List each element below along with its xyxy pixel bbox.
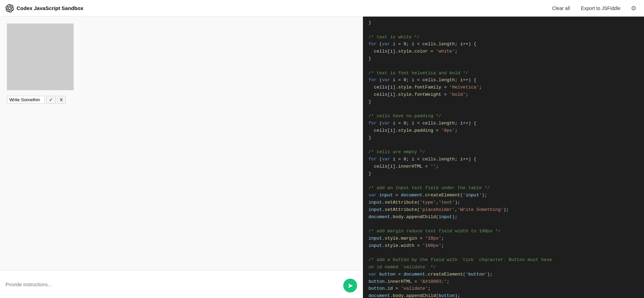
grid-cell: [63, 68, 74, 79]
grid-cell: [40, 24, 52, 35]
code-line: document.body.appendChild(button);: [368, 293, 460, 298]
app-title: Codex JavaScript Sandbox: [17, 5, 83, 11]
grid-cell: [7, 35, 18, 46]
instructions-bar: ➤: [0, 270, 363, 298]
grid-cell: [18, 68, 29, 79]
grid-cell: [52, 24, 63, 35]
send-button[interactable]: ➤: [343, 279, 357, 292]
grid-cell: [52, 57, 63, 68]
code-content: } /* text is white */ for (var i = 0; i …: [363, 17, 644, 298]
grid-cell: [7, 24, 18, 35]
code-line: cells[i].style.fontWeight = 'bold';: [368, 92, 468, 97]
grid-cell: [52, 46, 63, 57]
header-right: Clear all Export to JSFiddle ⚙: [549, 4, 638, 13]
grid-cell: [63, 46, 74, 57]
code-line: var button = document.createElement('but…: [368, 272, 493, 277]
code-line: for (var i = 0; i < cells.length; i++) {: [368, 41, 476, 47]
grid-cell: [29, 79, 40, 90]
preview-content: ✓ X: [0, 17, 363, 270]
code-panel[interactable]: } /* text is white */ for (var i = 0; i …: [363, 17, 644, 298]
header: Codex JavaScript Sandbox Clear all Expor…: [0, 0, 644, 17]
code-line: /* cells have no padding */: [368, 113, 441, 119]
code-line: input.style.width = '100px';: [368, 243, 444, 248]
export-button[interactable]: Export to JSFiddle: [578, 4, 623, 12]
write-something-input[interactable]: [7, 96, 45, 104]
code-line: input.setAttribute('type','text');: [368, 200, 460, 205]
code-line: input.style.margin = '10px';: [368, 236, 444, 241]
grid-cell: [29, 46, 40, 57]
code-line: }: [368, 56, 371, 61]
code-line: un id named `validate` */: [368, 264, 436, 270]
clear-all-button[interactable]: Clear all: [549, 4, 572, 12]
grid-cell: [7, 57, 18, 68]
grid-cell: [52, 35, 63, 46]
grid-table: [7, 24, 74, 90]
code-line: /* add an input text field under the tab…: [368, 185, 490, 190]
grid-cell: [63, 57, 74, 68]
grid-cell: [7, 68, 18, 79]
grid-cell: [29, 68, 40, 79]
code-line: button.innerHTML = '&#10003;';: [368, 279, 449, 284]
grid-cell: [7, 79, 18, 90]
main-content: ✓ X ➤ } /* text is white */ for (var i =…: [0, 17, 644, 298]
remove-button[interactable]: X: [57, 96, 66, 104]
code-line: cells[i].innerHTML = '';: [368, 164, 439, 169]
code-line: /* text is white */: [368, 35, 420, 40]
grid-cell: [40, 68, 52, 79]
input-row: ✓ X: [7, 96, 356, 104]
grid-cell: [29, 57, 40, 68]
grid-cell: [18, 35, 29, 46]
code-line: }: [368, 135, 371, 140]
code-line: /* cells are empty */: [368, 149, 425, 155]
grid-cell: [52, 79, 63, 90]
code-line: cells[i].style.padding = '0px';: [368, 128, 458, 133]
validate-button[interactable]: ✓: [46, 96, 56, 104]
grid-cell: [52, 68, 63, 79]
openai-logo: [6, 4, 14, 12]
code-line: }: [368, 171, 371, 176]
code-line: }: [368, 99, 371, 104]
grid-cell: [40, 46, 52, 57]
settings-icon: ⚙: [631, 5, 636, 12]
code-line: for (var i = 0; i < cells.length; i++) {: [368, 121, 476, 126]
code-line: /* add a button by the field with `tick`…: [368, 257, 552, 262]
grid-cell: [18, 24, 29, 35]
grid-cell: [18, 46, 29, 57]
grid-cell: [29, 24, 40, 35]
preview-panel: ✓ X ➤: [0, 17, 363, 298]
code-line: button.id = 'validate';: [368, 286, 430, 291]
code-line: /* add margin reduce text field width to…: [368, 229, 501, 234]
header-left: Codex JavaScript Sandbox: [6, 4, 83, 12]
grid-cell: [18, 57, 29, 68]
grid-cell: [63, 79, 74, 90]
grid-cell: [63, 35, 74, 46]
code-line: document.body.appendChild(input);: [368, 214, 458, 220]
code-line: for (var i = 0; i < cells.length; i++) {: [368, 157, 476, 162]
code-line: /* text is font helvetica and bold */: [368, 71, 468, 76]
grid-cell: [40, 57, 52, 68]
code-line: }: [368, 20, 371, 25]
grid-cell: [40, 35, 52, 46]
grid-cell: [63, 24, 74, 35]
instructions-input[interactable]: [6, 282, 357, 287]
code-line: cells[i].style.fontFamily = 'Helvetica';: [368, 85, 482, 90]
grid-cell: [18, 79, 29, 90]
code-line: cells[i].style.color = 'white';: [368, 49, 458, 54]
grid-cell: [29, 35, 40, 46]
code-line: input.setAttribute('placeholder','Write …: [368, 207, 509, 212]
grid-cell: [40, 79, 52, 90]
code-line: for (var i = 0; i < cells.length; i++) {: [368, 77, 476, 83]
settings-icon-button[interactable]: ⚙: [629, 4, 638, 13]
grid-cell: [7, 46, 18, 57]
send-icon: ➤: [347, 281, 353, 290]
code-line: var input = document.createElement('inpu…: [368, 193, 487, 198]
